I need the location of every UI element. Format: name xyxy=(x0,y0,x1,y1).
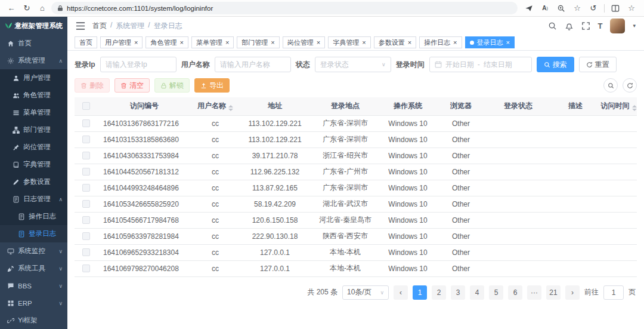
table-row[interactable]: 1641054566717984768cc120.6.150.158河北省-秦皇… xyxy=(75,212,637,228)
sidebar-item-param-settings[interactable]: 参数设置 xyxy=(0,173,67,190)
next-page-button[interactable]: › xyxy=(565,285,580,300)
close-icon[interactable]: × xyxy=(506,39,510,46)
unlock-button[interactable]: 解锁 xyxy=(154,78,190,93)
close-icon[interactable]: × xyxy=(453,39,457,46)
search-toggle-button[interactable] xyxy=(603,78,618,93)
table-row[interactable]: 1641044993248464896cc113.87.92.165广东省-深圳… xyxy=(75,180,637,196)
table-row[interactable]: 1641053426655825920cc58.19.42.209湖北省-武汉市… xyxy=(75,196,637,212)
page-button-4[interactable]: 4 xyxy=(470,285,484,300)
sidebar-item-user-mgmt[interactable]: 用户管理 xyxy=(0,69,67,87)
sidebar-item-system-mgmt[interactable]: 系统管理∧ xyxy=(0,52,67,69)
back-icon[interactable]: ← xyxy=(5,2,18,15)
share-icon[interactable] xyxy=(524,2,534,15)
tab-param-settings[interactable]: 参数设置× xyxy=(374,36,416,48)
sidebar-item-system-monitor[interactable]: 系统监控∨ xyxy=(0,242,67,260)
address-bar[interactable]: https://ccnetcore.com:1101/system/log/lo… xyxy=(51,2,518,14)
sidebar-item-dept-mgmt[interactable]: 部门管理 xyxy=(0,121,67,139)
home-icon[interactable]: ⌂ xyxy=(36,2,49,15)
close-icon[interactable]: × xyxy=(317,39,320,46)
sidebar-item-dict-mgmt[interactable]: 字典管理 xyxy=(0,156,67,173)
status-select[interactable]: 登录状态 ∨ xyxy=(315,57,391,72)
column-header[interactable]: 用户名称 xyxy=(191,97,239,115)
search-plus-icon[interactable] xyxy=(556,2,566,15)
page-button-1[interactable]: 1 xyxy=(413,285,427,300)
close-icon[interactable]: × xyxy=(225,39,229,46)
goto-page-input[interactable] xyxy=(603,285,624,300)
sidebar-item-menu-mgmt[interactable]: 菜单管理 xyxy=(0,104,67,121)
breadcrumb-item[interactable]: 系统管理 xyxy=(116,21,144,31)
page-button-5[interactable]: 5 xyxy=(489,285,503,300)
search-icon[interactable] xyxy=(548,21,557,30)
split-screen-icon[interactable] xyxy=(610,2,621,15)
close-icon[interactable]: × xyxy=(362,39,366,46)
tab-dict-mgmt[interactable]: 字典管理× xyxy=(328,36,370,48)
bell-icon[interactable] xyxy=(565,21,574,30)
page-size-select[interactable]: 10条/页∨ xyxy=(342,285,389,300)
avatar[interactable] xyxy=(610,19,625,33)
tab-op-log[interactable]: 操作日志× xyxy=(419,36,462,48)
table-row[interactable]: 1641069798270046208cc127.0.0.1本地-本机Windo… xyxy=(75,260,637,276)
date-range-picker[interactable]: 开始日期 - 结束日期 xyxy=(429,57,532,72)
table-row[interactable]: 1641059633978281984cc222.90.130.18陕西省-西安… xyxy=(75,228,637,244)
sidebar-item-yi-framework[interactable]: Yi框架 xyxy=(0,312,67,329)
page-button-6[interactable]: 6 xyxy=(508,285,522,300)
sort-icon[interactable] xyxy=(632,105,637,111)
sidebar-item-system-tools[interactable]: 系统工具∨ xyxy=(0,260,67,277)
sidebar-item-home[interactable]: 首页 xyxy=(0,35,67,52)
close-icon[interactable]: × xyxy=(271,39,274,46)
tab-menu-mgmt[interactable]: 菜单管理× xyxy=(191,36,234,48)
row-checkbox[interactable] xyxy=(82,265,90,272)
favorite-icon[interactable]: ☆ xyxy=(572,2,583,15)
username-input[interactable] xyxy=(215,57,291,72)
hamburger-icon[interactable] xyxy=(76,22,85,30)
breadcrumb-item[interactable]: 首页 xyxy=(92,21,107,31)
table-row[interactable]: 1641043063331753984cc39.171.210.78浙江省-绍兴… xyxy=(75,147,637,164)
row-checkbox[interactable] xyxy=(82,152,90,159)
table-row[interactable]: 1641031533185863680cc113.102.129.221广东省-… xyxy=(75,131,637,147)
tab-dept-mgmt[interactable]: 部门管理× xyxy=(237,36,279,48)
sort-icon[interactable] xyxy=(228,105,233,111)
sidebar-item-op-log[interactable]: 操作日志 xyxy=(0,208,67,225)
sidebar-item-login-log[interactable]: 登录日志 xyxy=(0,225,67,242)
row-checkbox[interactable] xyxy=(82,184,90,192)
page-button-3[interactable]: 3 xyxy=(451,285,465,300)
reset-button[interactable]: 重置 xyxy=(579,57,617,72)
export-button[interactable]: 导出 xyxy=(194,78,230,93)
delete-button[interactable]: 删除 xyxy=(75,78,110,93)
font-size-icon[interactable]: T xyxy=(598,21,603,30)
sidebar-item-bbs[interactable]: BBS∨ xyxy=(0,277,67,294)
tab-login-log[interactable]: 登录日志× xyxy=(465,36,515,48)
table-row[interactable]: 1641069652933218304cc127.0.0.1本地-本机Windo… xyxy=(75,244,637,260)
favorites-bar-icon[interactable]: ☆ xyxy=(626,2,637,15)
prev-page-button[interactable]: ‹ xyxy=(394,285,408,300)
tab-user-mgmt[interactable]: 用户管理× xyxy=(100,36,143,48)
select-all-checkbox[interactable] xyxy=(82,102,90,110)
refresh-table-button[interactable] xyxy=(623,78,637,93)
page-button-21[interactable]: 21 xyxy=(546,285,561,300)
row-checkbox[interactable] xyxy=(82,168,90,176)
refresh-icon[interactable]: ↻ xyxy=(20,2,33,15)
row-checkbox[interactable] xyxy=(82,200,90,208)
close-icon[interactable]: × xyxy=(179,39,183,46)
history-icon[interactable]: ↺ xyxy=(588,2,599,15)
login-ip-input[interactable] xyxy=(100,57,177,72)
close-icon[interactable]: × xyxy=(408,39,411,46)
row-checkbox[interactable] xyxy=(82,248,90,256)
close-icon[interactable]: × xyxy=(134,39,138,46)
page-button-2[interactable]: 2 xyxy=(432,285,446,300)
tab-home[interactable]: 首页 xyxy=(75,36,97,48)
tab-role-mgmt[interactable]: 角色管理× xyxy=(145,36,188,48)
row-checkbox[interactable] xyxy=(82,216,90,224)
row-checkbox[interactable] xyxy=(82,136,90,143)
read-aloud-icon[interactable]: A) xyxy=(540,2,550,15)
table-row[interactable]: 1641044520567181312cc112.96.225.132广东省-广… xyxy=(75,164,637,180)
sidebar-item-post-mgmt[interactable]: 岗位管理 xyxy=(0,139,67,156)
column-header[interactable]: 访问时间 xyxy=(600,97,637,115)
fullscreen-icon[interactable] xyxy=(581,21,590,30)
tab-post-mgmt[interactable]: 岗位管理× xyxy=(283,36,325,48)
page-ellipsis[interactable]: ··· xyxy=(527,285,541,300)
sidebar-item-role-mgmt[interactable]: 角色管理 xyxy=(0,87,67,104)
row-checkbox[interactable] xyxy=(82,232,90,240)
row-checkbox[interactable] xyxy=(82,119,90,127)
search-button[interactable]: 搜索 xyxy=(537,57,574,72)
